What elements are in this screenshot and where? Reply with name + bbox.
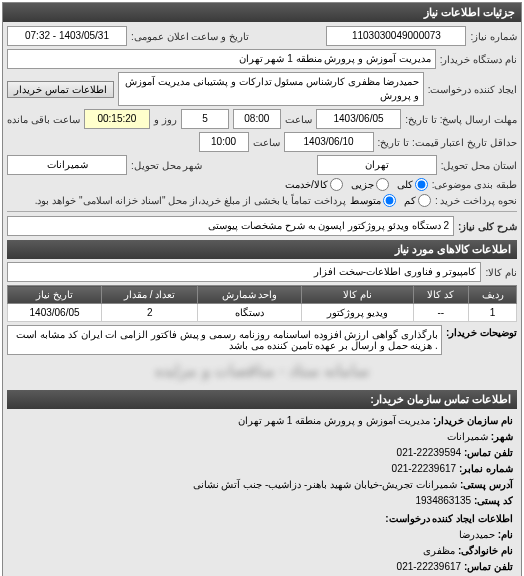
row-need-title: شرح کلی نیاز: 2 دستگاه ویدئو پروژکتور اپ… [7, 216, 517, 236]
deadline-date-field: 1403/06/05 [316, 109, 402, 129]
cell-name: ویدیو پروژکتور [301, 304, 413, 322]
category-field: کامپیوتر و فناوری اطلاعات-سخت افزار [7, 262, 481, 282]
cell-row: 1 [469, 304, 517, 322]
c-family: مظفری [423, 545, 455, 556]
c-addr: شمیرانات تجریش-خیابان شهید باهنر- دزاشیب… [193, 479, 457, 490]
notes-field: بارگذاری گواهی ارزش افزوده اساسنامه روزن… [7, 325, 442, 355]
validity-date-field: 1403/06/10 [284, 132, 374, 152]
c-org: مدیریت آموزش و پرورش منطقه 1 شهر تهران [238, 415, 430, 426]
row-group: طبقه بندی موضوعی: کلی جزیی کالا/خدمت [7, 178, 517, 191]
c-family-label: نام خانوادگی: [458, 545, 513, 556]
radio-all-input[interactable] [415, 178, 428, 191]
table-header-row: ردیف کد کالا نام کالا واحد شمارش تعداد /… [8, 286, 517, 304]
radio-all[interactable]: کلی [397, 178, 428, 191]
row-category: نام کالا: کامپیوتر و فناوری اطلاعات-سخت … [7, 262, 517, 282]
c-postal-label: کد پستی: [474, 495, 513, 506]
th-unit: واحد شمارش [198, 286, 302, 304]
c-creator-title: اطلاعات ایجاد کننده درخواست: [11, 511, 513, 527]
c-fax-label: شماره نمابر: [459, 463, 513, 474]
contact-section: نام سازمان خریدار: مدیریت آموزش و پرورش … [7, 409, 517, 576]
radio-partial-input[interactable] [376, 178, 389, 191]
c-org-label: نام سازمان خریدار: [433, 415, 513, 426]
group-radios: کلی جزیی کالا/خدمت [285, 178, 428, 191]
row-location: استان محل تحویل: تهران شهر محل تحویل: شم… [7, 155, 517, 175]
pay-label: نحوه پرداخت خرید : [435, 195, 517, 206]
table-row[interactable]: 1 -- ویدیو پروژکتور دستگاه 2 1403/06/05 [8, 304, 517, 322]
province-label: استان محل تحویل: [441, 160, 517, 171]
pay-radios: کم متوسط [350, 194, 431, 207]
radio-low-input[interactable] [418, 194, 431, 207]
radio-both-input[interactable] [330, 178, 343, 191]
cell-qty: 2 [102, 304, 198, 322]
watermark: سامانه ستاد - مناقصات و مزایده [7, 355, 517, 386]
radio-med-input[interactable] [383, 194, 396, 207]
radio-both[interactable]: کالا/خدمت [285, 178, 343, 191]
c-name-label: نام: [498, 529, 513, 540]
contact-section-title: اطلاعات تماس سازمان خریدار: [7, 390, 517, 409]
c-tel: 22239594-021 [397, 447, 462, 458]
panel-body: شماره نیاز: 1103030049000073 تاریخ و ساع… [3, 22, 521, 576]
requester-field: حمیدرضا مظفری کارشناس مسئول تدارکات و پش… [118, 72, 424, 106]
group-label: طبقه بندی موضوعی: [432, 179, 517, 190]
notes-label: توضیحات خریدار: [446, 325, 517, 355]
remaining-days-label: روز و [154, 114, 177, 125]
validity-time-field: 10:00 [199, 132, 249, 152]
th-code: کد کالا [413, 286, 469, 304]
th-name: نام کالا [301, 286, 413, 304]
c-addr-label: آدرس پستی: [460, 479, 513, 490]
main-panel: جزئیات اطلاعات نیاز شماره نیاز: 11030300… [2, 2, 522, 576]
radio-med[interactable]: متوسط [350, 194, 396, 207]
buyer-org-label: نام دستگاه خریدار: [440, 54, 517, 65]
c-phone: 22239617-021 [397, 561, 462, 572]
city-field: شمیرانات [7, 155, 127, 175]
deadline-label: مهلت ارسال پاسخ: تا تاریخ: [405, 114, 517, 125]
need-title-label: شرح کلی نیاز: [458, 221, 517, 232]
cell-date: 1403/06/05 [8, 304, 102, 322]
panel-title: جزئیات اطلاعات نیاز [3, 3, 521, 22]
remaining-days-field: 5 [181, 109, 229, 129]
row-requester: ایجاد کننده درخواست: حمیدرضا مظفری کارشن… [7, 72, 517, 106]
th-qty: تعداد / مقدار [102, 286, 198, 304]
deadline-time-field: 08:00 [233, 109, 281, 129]
c-postal: 1934863135 [415, 495, 471, 506]
pay-note: پرداخت تماماً یا بخشی از مبلغ خرید،از مح… [7, 195, 346, 206]
need-number-field: 1103030049000073 [326, 26, 466, 46]
announce-field: 1403/05/31 - 07:32 [7, 26, 127, 46]
c-fax: 22239617-021 [392, 463, 457, 474]
radio-low[interactable]: کم [404, 194, 431, 207]
requester-label: ایجاد کننده درخواست: [428, 84, 517, 95]
province-field: تهران [317, 155, 437, 175]
goods-table: ردیف کد کالا نام کالا واحد شمارش تعداد /… [7, 285, 517, 322]
category-label: نام کالا: [485, 267, 517, 278]
notes-row: توضیحات خریدار: بارگذاری گواهی ارزش افزو… [7, 325, 517, 355]
c-name: حمیدرضا [459, 529, 495, 540]
validity-time-label: ساعت [253, 137, 280, 148]
cell-code: -- [413, 304, 469, 322]
buyer-org-field: مدیریت آموزش و پرورش منطقه 1 شهر تهران [7, 49, 436, 69]
row-deadline: مهلت ارسال پاسخ: تا تاریخ: 1403/06/05 سا… [7, 109, 517, 129]
deadline-time-label: ساعت [285, 114, 312, 125]
th-date: تاریخ نیاز [8, 286, 102, 304]
c-phone-label: تلفن تماس: [464, 561, 513, 572]
announce-label: تاریخ و ساعت اعلان عمومی: [131, 31, 249, 42]
c-city: شمیرانات [447, 431, 488, 442]
remaining-time-field: 00:15:20 [84, 109, 151, 129]
cell-unit: دستگاه [198, 304, 302, 322]
need-title-field: 2 دستگاه ویدئو پروژکتور اپسون به شرح مشخ… [7, 216, 454, 236]
row-payment: نحوه پرداخت خرید : کم متوسط پرداخت تماما… [7, 194, 517, 207]
c-tel-label: تلفن تماس: [464, 447, 513, 458]
city-label: شهر محل تحویل: [131, 160, 202, 171]
goods-section-title: اطلاعات کالاهای مورد نیاز [7, 240, 517, 259]
validity-label: حداقل تاریخ اعتبار قیمت: تا تاریخ: [378, 137, 517, 148]
row-validity: حداقل تاریخ اعتبار قیمت: تا تاریخ: 1403/… [7, 132, 517, 152]
need-number-label: شماره نیاز: [470, 31, 517, 42]
radio-partial[interactable]: جزیی [351, 178, 389, 191]
row-buyer-org: نام دستگاه خریدار: مدیریت آموزش و پرورش … [7, 49, 517, 69]
contact-button[interactable]: اطلاعات تماس خریدار [7, 81, 114, 98]
th-row: ردیف [469, 286, 517, 304]
remaining-label: ساعت باقی مانده [7, 114, 80, 125]
row-need-number: شماره نیاز: 1103030049000073 تاریخ و ساع… [7, 26, 517, 46]
c-city-label: شهر: [491, 431, 513, 442]
